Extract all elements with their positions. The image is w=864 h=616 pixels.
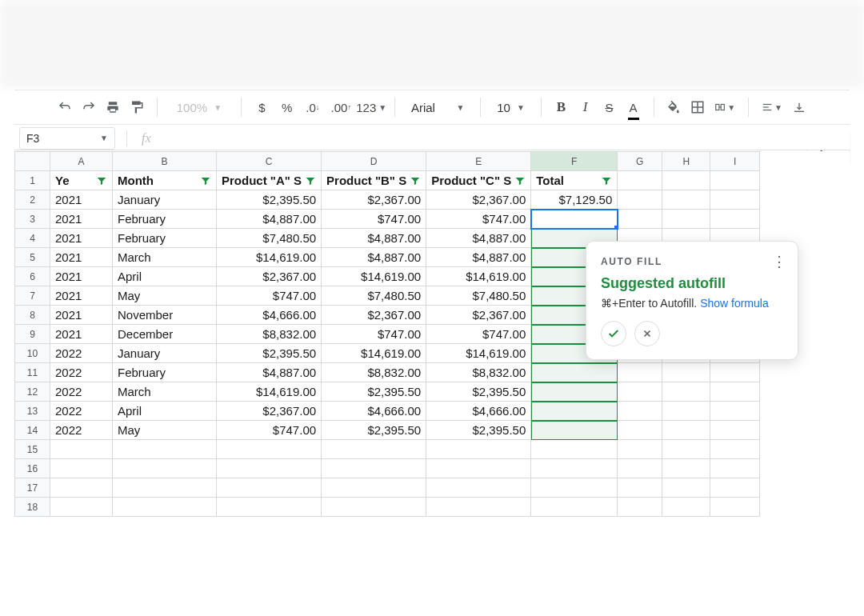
cell[interactable]: 2021 xyxy=(50,306,113,325)
cell[interactable] xyxy=(113,459,217,478)
row-header-6[interactable]: 6 xyxy=(15,267,50,286)
cell[interactable] xyxy=(618,382,662,402)
cell[interactable] xyxy=(50,440,113,459)
cell[interactable] xyxy=(113,440,217,459)
filter-icon[interactable] xyxy=(514,175,526,186)
row-header-9[interactable]: 9 xyxy=(15,325,50,344)
cell[interactable] xyxy=(662,363,710,382)
cell[interactable] xyxy=(50,498,113,517)
cell[interactable] xyxy=(113,498,217,517)
merge-cells-dropdown[interactable]: ▼ xyxy=(714,97,735,118)
font-family-dropdown[interactable]: Arial▼ xyxy=(408,101,468,114)
cell[interactable] xyxy=(113,478,217,498)
header-cell[interactable]: Month xyxy=(113,171,217,190)
cell[interactable]: $2,367.00 xyxy=(426,306,531,325)
cell[interactable] xyxy=(531,498,618,517)
cell[interactable]: 2021 xyxy=(50,210,113,229)
cell[interactable]: $4,666.00 xyxy=(322,402,426,421)
row-header-12[interactable]: 12 xyxy=(15,382,50,402)
cell[interactable]: $2,367.00 xyxy=(426,190,531,210)
row-header-3[interactable]: 3 xyxy=(15,210,50,229)
cell[interactable]: $747.00 xyxy=(322,210,426,229)
cell[interactable]: $2,395.50 xyxy=(322,382,426,402)
cell[interactable] xyxy=(50,459,113,478)
cell[interactable]: $2,395.50 xyxy=(217,344,322,363)
filter-icon[interactable] xyxy=(200,175,211,186)
cell[interactable]: $2,367.00 xyxy=(217,267,322,286)
print-button[interactable] xyxy=(106,97,120,118)
column-header-B[interactable]: B xyxy=(113,152,217,171)
column-header-E[interactable]: E xyxy=(426,152,531,171)
filter-icon[interactable] xyxy=(305,175,316,186)
undo-button[interactable] xyxy=(58,97,72,118)
cell[interactable]: $2,367.00 xyxy=(217,402,322,421)
cell[interactable] xyxy=(531,440,618,459)
cell[interactable]: $7,129.50 xyxy=(531,190,618,210)
column-header-I[interactable]: I xyxy=(710,152,760,171)
header-cell[interactable]: Total xyxy=(531,171,618,190)
cell[interactable] xyxy=(710,498,760,517)
increase-decimal-button[interactable]: .00↑ xyxy=(330,97,351,118)
cell[interactable]: $7,480.50 xyxy=(426,286,531,306)
cell[interactable]: $747.00 xyxy=(426,325,531,344)
currency-button[interactable]: $ xyxy=(254,97,270,118)
cell[interactable]: March xyxy=(113,248,217,267)
cell[interactable]: 2021 xyxy=(50,190,113,210)
column-header-H[interactable]: H xyxy=(662,152,710,171)
cell[interactable] xyxy=(710,171,760,190)
cell[interactable] xyxy=(710,382,760,402)
cell[interactable] xyxy=(618,171,662,190)
cell[interactable] xyxy=(710,210,760,229)
cell[interactable] xyxy=(710,459,760,478)
row-header-13[interactable]: 13 xyxy=(15,402,50,421)
cell[interactable]: $14,619.00 xyxy=(322,344,426,363)
cell[interactable] xyxy=(217,478,322,498)
cell[interactable] xyxy=(618,210,662,229)
cell[interactable] xyxy=(531,459,618,478)
cell[interactable]: 2021 xyxy=(50,248,113,267)
cell[interactable]: $4,887.00 xyxy=(217,210,322,229)
row-header-8[interactable]: 8 xyxy=(15,306,50,325)
row-header-1[interactable]: 1 xyxy=(15,171,50,190)
cell[interactable] xyxy=(217,498,322,517)
cell[interactable] xyxy=(618,459,662,478)
cell[interactable] xyxy=(322,440,426,459)
column-header-A[interactable]: A xyxy=(50,152,113,171)
cell[interactable]: $8,832.00 xyxy=(426,363,531,382)
text-color-button[interactable]: A xyxy=(626,97,641,118)
column-header-D[interactable]: D xyxy=(322,152,426,171)
cell[interactable]: $747.00 xyxy=(217,286,322,306)
reject-autofill-button[interactable] xyxy=(634,321,660,346)
cell[interactable] xyxy=(662,382,710,402)
cell[interactable]: 2022 xyxy=(50,344,113,363)
cell[interactable]: $8,832.00 xyxy=(322,363,426,382)
cell[interactable] xyxy=(662,498,710,517)
header-cell[interactable]: Product "C" S xyxy=(426,171,531,190)
header-cell[interactable]: Product "A" S xyxy=(217,171,322,190)
cell[interactable] xyxy=(531,478,618,498)
cell[interactable] xyxy=(217,440,322,459)
cell[interactable]: $4,666.00 xyxy=(217,306,322,325)
cell[interactable]: $4,887.00 xyxy=(322,248,426,267)
row-header-4[interactable]: 4 xyxy=(15,229,50,248)
cell[interactable] xyxy=(662,478,710,498)
cell[interactable] xyxy=(710,402,760,421)
name-box[interactable]: F3 ▼ xyxy=(19,127,115,150)
cell[interactable] xyxy=(710,440,760,459)
cell[interactable]: 2022 xyxy=(50,421,113,440)
cell[interactable] xyxy=(618,402,662,421)
cell[interactable] xyxy=(662,171,710,190)
cell[interactable]: $747.00 xyxy=(217,421,322,440)
cell[interactable]: $7,480.50 xyxy=(217,229,322,248)
zoom-dropdown[interactable]: 100%▼ xyxy=(170,101,228,114)
strikethrough-button[interactable]: S xyxy=(602,97,617,118)
cell[interactable] xyxy=(618,498,662,517)
cell[interactable]: $4,887.00 xyxy=(322,229,426,248)
cell[interactable]: 2021 xyxy=(50,267,113,286)
cell[interactable] xyxy=(710,421,760,440)
column-header-F[interactable]: F xyxy=(531,152,618,171)
row-header-7[interactable]: 7 xyxy=(15,286,50,306)
cell[interactable] xyxy=(662,210,710,229)
format-dropdown[interactable]: 123▼ xyxy=(361,97,382,118)
cell[interactable] xyxy=(618,421,662,440)
